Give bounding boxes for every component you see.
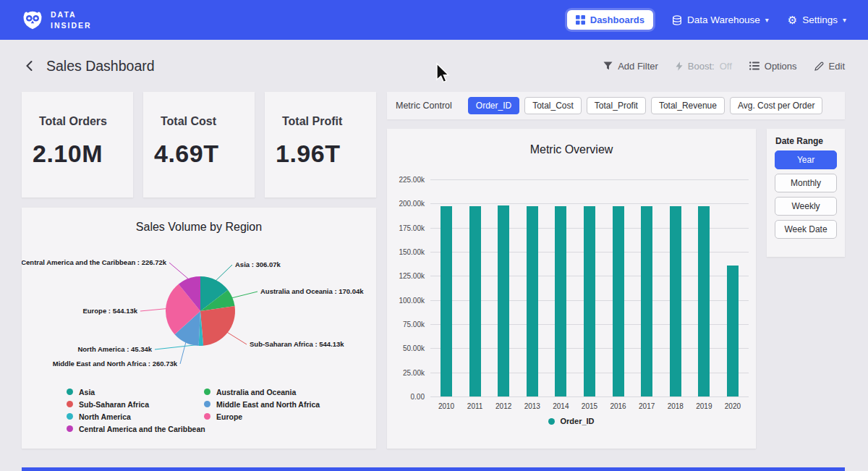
y-tick: 0.00 (411, 393, 425, 401)
pie-label: Europe : 544.13k (82, 307, 137, 315)
pie-legend-col1: Asia Sub-Saharan Africa North America Ce… (67, 387, 205, 436)
legend-label: Australia and Oceania (216, 388, 296, 396)
y-tick: 25.00k (403, 368, 425, 376)
bar-2011[interactable] (469, 206, 481, 396)
pie-svg-wrap: Asia : 306.07kAustralia and Oceania : 17… (22, 244, 376, 375)
x-tick: 2013 (519, 402, 545, 410)
y-tick: 75.00k (403, 321, 425, 328)
pie-label: Asia : 306.07k (235, 260, 281, 268)
list-options-icon (749, 61, 760, 70)
gear-icon: ⚙ (788, 14, 797, 25)
x-tick: 2017 (634, 402, 660, 410)
metric-chip-total-profit[interactable]: Total_Profit (587, 97, 646, 114)
pie-connector (140, 309, 167, 312)
boost-toggle[interactable]: Boost: Off (676, 61, 732, 72)
metric-chip-order-id[interactable]: Order_ID (468, 97, 519, 114)
legend-dot (67, 425, 73, 432)
legend-label: Asia (79, 388, 95, 396)
add-filter-label: Add Filter (618, 61, 658, 72)
chevron-down-icon: ▾ (843, 16, 846, 24)
pie-slice-sub-saharan-africa[interactable] (200, 306, 235, 346)
options-label: Options (765, 61, 797, 72)
metric-control-label: Metric Control (396, 101, 452, 111)
gridline (430, 396, 749, 397)
x-axis-labels: 2010201120122013201420152016201720182019… (430, 402, 749, 410)
y-tick: 225.00k (399, 176, 425, 184)
bar-2012[interactable] (498, 205, 509, 396)
pie-connector (226, 332, 247, 344)
pie-legend-item-australia-and-oceania[interactable]: Australia and Oceania (204, 387, 320, 396)
edit-label: Edit (829, 61, 845, 72)
add-filter-button[interactable]: Add Filter (603, 61, 658, 72)
pie-label: Australia and Oceania : 170.04k (260, 287, 364, 295)
options-button[interactable]: Options (749, 61, 797, 72)
date-range-week-date[interactable]: Week Date (775, 220, 837, 239)
date-range-weekly[interactable]: Weekly (775, 197, 837, 216)
legend-dot (204, 401, 210, 407)
metric-chip-total-cost[interactable]: Total_Cost (524, 97, 582, 114)
edit-button[interactable]: Edit (814, 61, 845, 72)
bar-2010[interactable] (441, 206, 452, 396)
pie-legend-item-asia[interactable]: Asia (67, 387, 205, 396)
page-header: Sales Dashboard Add Filter Boost: Off (0, 49, 868, 82)
pie-chart-title: Sales Volume by Region (22, 221, 376, 234)
header-actions: Add Filter Boost: Off Options (603, 61, 845, 72)
pie-legend-item-central-america-and-the-caribbean[interactable]: Central America and the Caribbean (67, 424, 205, 433)
boost-state: Off (720, 61, 732, 72)
y-tick: 100.00k (399, 296, 425, 304)
bar-2019[interactable] (698, 206, 710, 396)
y-axis-labels: 225.00k200.00k175.00k150.00k125.00k100.0… (393, 179, 430, 396)
pie-label: North America : 45.34k (77, 345, 152, 353)
bar-2015[interactable] (584, 206, 595, 396)
bar-2017[interactable] (641, 206, 652, 396)
metric-overview-card: Metric Overview 225.00k200.00k175.00k150… (387, 129, 756, 449)
nav-settings-menu[interactable]: ⚙ Settings ▾ (788, 14, 846, 25)
nav-dashboards-button[interactable]: Dashboards (567, 10, 653, 30)
kpi-card-total-profit: Total Profit 1.96T (265, 92, 376, 198)
date-range-monthly[interactable]: Monthly (775, 174, 837, 192)
metric-chip-avg-cost-per-order[interactable]: Avg. Cost per Order (730, 97, 823, 114)
pie-connector (231, 292, 258, 298)
bar-2013[interactable] (527, 206, 538, 396)
pie-legend-item-middle-east-and-north-africa[interactable]: Middle East and North Africa (204, 399, 320, 409)
brand-logo[interactable]: DATA INSIDER (22, 9, 92, 31)
legend-label: Middle East and North Africa (216, 400, 320, 409)
kpi-card-total-orders: Total Orders 2.10M (22, 92, 133, 198)
y-tick: 50.00k (403, 344, 425, 352)
pie-connector (215, 265, 232, 281)
x-tick: 2020 (720, 402, 746, 410)
nav-dashboards-label: Dashboards (590, 14, 644, 25)
legend-label: North America (79, 412, 131, 421)
legend-dot (67, 389, 73, 395)
kpi-card-total-cost: Total Cost 4.69T (143, 92, 255, 198)
sales-dashboard-screen: DATA INSIDER Dashboards Data Warehouse (0, 0, 868, 471)
x-tick: 2019 (691, 402, 717, 410)
pie-label: Sub-Saharan Africa : 544.13k (250, 340, 344, 348)
nav-data-warehouse-menu[interactable]: Data Warehouse ▾ (672, 14, 769, 25)
bar-2016[interactable] (613, 206, 624, 396)
pie-legend-item-europe[interactable]: Europe (204, 412, 320, 421)
brand-text: DATA INSIDER (51, 9, 92, 30)
brand-line1: DATA (51, 9, 92, 20)
metric-control-bar: Metric Control Order_ID Total_Cost Total… (387, 92, 845, 119)
kpi-label: Total Orders (39, 115, 133, 128)
kpi-label: Total Cost (161, 115, 255, 128)
pie-connector (180, 341, 186, 364)
bar-2020[interactable] (727, 266, 739, 396)
x-tick: 2012 (490, 402, 516, 410)
back-button[interactable] (23, 59, 36, 72)
metric-chip-total-revenue[interactable]: Total_Revenue (651, 97, 725, 114)
bar-2018[interactable] (670, 206, 681, 396)
pie-label: Central America and the Caribbean : 226.… (22, 258, 167, 266)
page-title: Sales Dashboard (46, 58, 155, 75)
pie-legend-item-north-america[interactable]: North America (67, 412, 205, 421)
navbar-menu: Dashboards Data Warehouse ▾ ⚙ Settings ▾ (567, 10, 846, 30)
bar-chart: 225.00k200.00k175.00k150.00k125.00k100.0… (393, 179, 749, 396)
database-icon (672, 15, 682, 25)
pie-legend-item-sub-saharan-africa[interactable]: Sub-Saharan Africa (67, 399, 205, 409)
pie-connector (169, 263, 190, 280)
bar-2014[interactable] (555, 206, 566, 396)
date-range-year[interactable]: Year (775, 150, 837, 169)
kpi-value: 4.69T (154, 140, 255, 168)
pie-legend-col2: Australia and Oceania Middle East and No… (204, 387, 320, 424)
